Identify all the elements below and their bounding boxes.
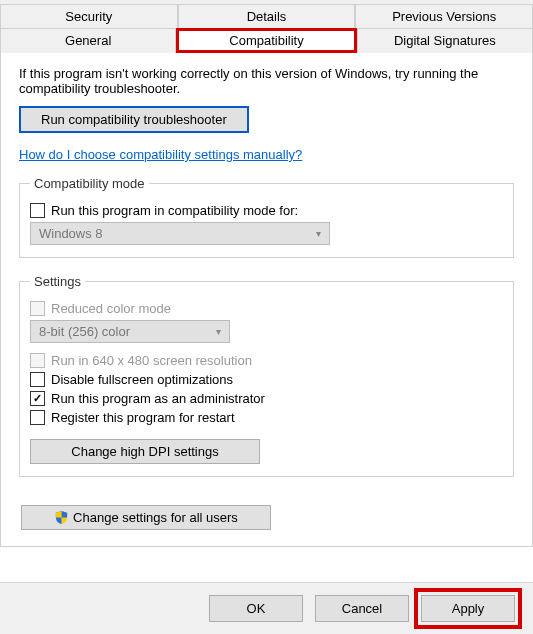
tab-details[interactable]: Details xyxy=(178,4,356,28)
reduced-color-label: Reduced color mode xyxy=(51,301,171,316)
reduced-color-checkbox xyxy=(30,301,45,316)
tab-previous-versions[interactable]: Previous Versions xyxy=(355,4,533,28)
color-mode-combo: 8-bit (256) color ▾ xyxy=(30,320,230,343)
disable-fullscreen-label: Disable fullscreen optimizations xyxy=(51,372,233,387)
tabs-container: Security Details Previous Versions Gener… xyxy=(0,0,533,53)
tab-digital-signatures[interactable]: Digital Signatures xyxy=(357,28,533,53)
tab-compatibility[interactable]: Compatibility xyxy=(176,28,356,53)
compat-mode-label: Run this program in compatibility mode f… xyxy=(51,203,298,218)
run-admin-checkbox[interactable] xyxy=(30,391,45,406)
compatibility-mode-group: Compatibility mode Run this program in c… xyxy=(19,176,514,258)
chevron-down-icon: ▾ xyxy=(216,326,221,337)
change-all-users-button[interactable]: Change settings for all users xyxy=(21,505,271,530)
register-restart-label: Register this program for restart xyxy=(51,410,235,425)
compat-mode-combo[interactable]: Windows 8 ▾ xyxy=(30,222,330,245)
chevron-down-icon: ▾ xyxy=(316,228,321,239)
settings-group: Settings Reduced color mode 8-bit (256) … xyxy=(19,274,514,477)
disable-fullscreen-checkbox[interactable] xyxy=(30,372,45,387)
tab-security[interactable]: Security xyxy=(0,4,178,28)
properties-dialog: Security Details Previous Versions Gener… xyxy=(0,0,533,634)
compatibility-mode-legend: Compatibility mode xyxy=(30,176,149,191)
compat-mode-checkbox[interactable] xyxy=(30,203,45,218)
run-admin-label: Run this program as an administrator xyxy=(51,391,265,406)
description-text: If this program isn't working correctly … xyxy=(19,66,514,96)
apply-button[interactable]: Apply xyxy=(421,595,515,622)
register-restart-checkbox[interactable] xyxy=(30,410,45,425)
compat-mode-combo-value: Windows 8 xyxy=(39,226,103,241)
tab-content: If this program isn't working correctly … xyxy=(0,52,533,547)
manual-settings-link[interactable]: How do I choose compatibility settings m… xyxy=(19,147,302,162)
change-dpi-button[interactable]: Change high DPI settings xyxy=(30,439,260,464)
dialog-button-bar: OK Cancel Apply xyxy=(0,582,533,634)
shield-icon xyxy=(54,510,69,525)
ok-button[interactable]: OK xyxy=(209,595,303,622)
low-res-checkbox xyxy=(30,353,45,368)
low-res-label: Run in 640 x 480 screen resolution xyxy=(51,353,252,368)
color-mode-value: 8-bit (256) color xyxy=(39,324,130,339)
settings-legend: Settings xyxy=(30,274,85,289)
tab-general[interactable]: General xyxy=(0,28,176,53)
change-all-users-label: Change settings for all users xyxy=(73,510,238,525)
run-troubleshooter-button[interactable]: Run compatibility troubleshooter xyxy=(19,106,249,133)
cancel-button[interactable]: Cancel xyxy=(315,595,409,622)
